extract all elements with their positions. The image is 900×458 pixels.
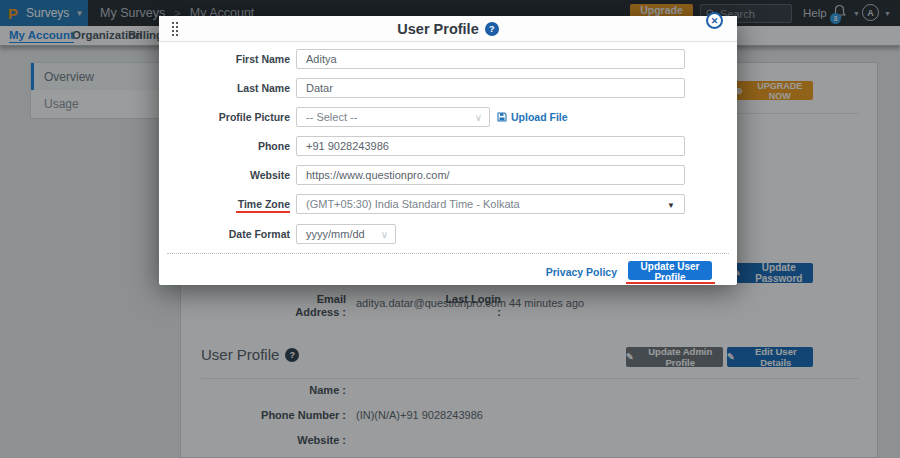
date-format-label: Date Format (159, 228, 290, 240)
last-name-label: Last Name (159, 82, 290, 94)
privacy-policy-link[interactable]: Privacy Policy (539, 266, 617, 278)
update-button-annotation-underline (626, 282, 715, 284)
time-zone-select[interactable]: (GMT+05:30) India Standard Time - Kolkat… (296, 194, 685, 214)
upload-file-label: Upload File (511, 111, 568, 123)
user-profile-modal: User Profile ? ✕ First Name Last Name Pr… (159, 16, 737, 285)
chevron-down-icon: ∨ (475, 112, 482, 123)
first-name-label: First Name (159, 53, 290, 65)
modal-footer-divider (167, 253, 729, 254)
profile-picture-selected-value: -- Select -- (306, 111, 357, 123)
website-input[interactable] (296, 165, 685, 185)
profile-picture-label: Profile Picture (159, 111, 290, 123)
upload-file-link[interactable]: Upload File (497, 111, 568, 123)
help-icon[interactable]: ? (485, 22, 499, 36)
caret-down-icon: ▼ (667, 201, 675, 210)
date-format-selected-value: yyyy/mm/dd (306, 228, 365, 240)
upload-file-icon (497, 112, 507, 122)
update-user-profile-button[interactable]: Update User Profile (628, 261, 712, 280)
last-name-input[interactable] (296, 78, 685, 98)
date-format-select[interactable]: yyyy/mm/dd ∨ (296, 224, 396, 244)
phone-label: Phone (159, 140, 290, 152)
chevron-down-icon: ∨ (381, 229, 388, 240)
modal-header: User Profile ? ✕ (159, 16, 737, 42)
phone-input[interactable] (296, 136, 685, 156)
profile-picture-select[interactable]: -- Select -- ∨ (296, 107, 490, 127)
first-name-input[interactable] (296, 49, 685, 69)
app-screen: P Surveys ▼ My Surveys > My Account Upgr… (0, 0, 900, 458)
modal-title: User Profile (397, 21, 478, 37)
time-zone-selected-value: (GMT+05:30) India Standard Time - Kolkat… (306, 198, 520, 210)
website-label: Website (159, 169, 290, 181)
time-zone-label: Time Zone (159, 198, 290, 210)
close-icon[interactable]: ✕ (706, 12, 723, 29)
time-zone-annotation-underline (236, 211, 290, 213)
